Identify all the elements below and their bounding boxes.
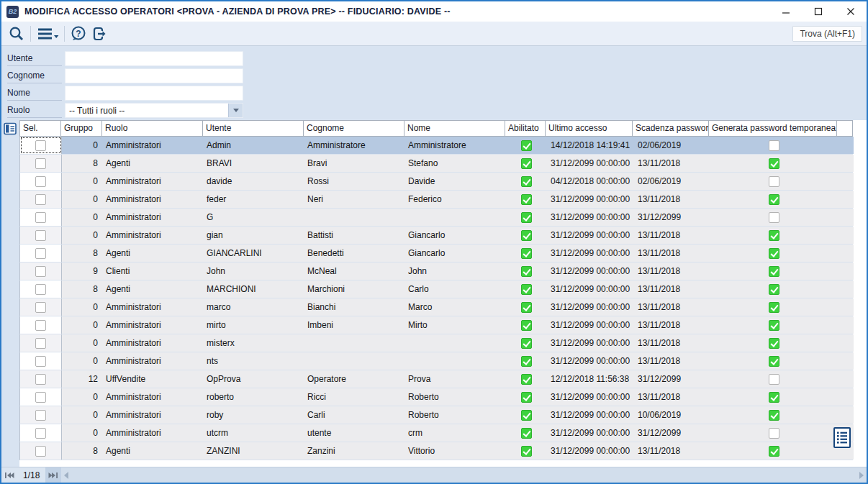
table-row[interactable]: 0 Amministratori marco Bianchi Marco 31/… [19,298,853,316]
row-select-checkbox[interactable] [35,410,46,421]
row-select-checkbox[interactable] [35,338,46,349]
column-header-gruppo[interactable]: Gruppo [61,120,102,137]
abilitato-checkbox[interactable] [521,338,532,349]
table-row[interactable]: 0 Amministratori mirto Imbeni Mirto 31/1… [19,316,853,334]
row-select-checkbox[interactable] [35,248,46,259]
table-selector-icon[interactable] [4,122,17,135]
row-select-checkbox[interactable] [35,212,46,223]
row-select-cell[interactable] [20,370,62,388]
ruolo-select[interactable]: -- Tutti i ruoli -- [65,103,243,118]
row-select-cell[interactable] [20,334,62,352]
column-header-sel[interactable]: Sel. [19,120,61,137]
cognome-input[interactable] [65,68,243,83]
row-select-checkbox[interactable] [35,176,46,187]
generata-checkbox[interactable] [769,320,779,331]
abilitato-checkbox[interactable] [521,374,532,385]
generata-checkbox[interactable] [769,446,779,457]
generata-checkbox[interactable] [769,248,779,259]
generata-checkbox[interactable] [769,338,779,349]
minimize-button[interactable] [769,1,802,22]
trova-button[interactable]: Trova (Alt+F1) [792,26,862,42]
row-select-checkbox[interactable] [35,284,46,295]
row-select-checkbox[interactable] [35,374,46,385]
row-select-checkbox[interactable] [35,230,46,241]
column-header-ultimo-accesso[interactable]: Ultimo accesso [546,120,633,137]
nome-input[interactable] [65,86,243,101]
table-row[interactable]: 8 Agenti MARCHIONI Marchioni Carlo 31/12… [19,280,853,298]
maximize-button[interactable] [802,1,834,22]
generata-checkbox[interactable] [769,266,779,277]
row-select-cell[interactable] [20,388,62,406]
table-row[interactable]: 8 Agenti BRAVI Bravi Stefano 31/12/2099 … [19,155,853,173]
generata-checkbox[interactable] [769,230,779,241]
abilitato-checkbox[interactable] [521,302,532,313]
last-page-button[interactable] [45,467,61,483]
table-row[interactable]: 8 Agenti ZANZINI Zanzini Vittorio 31/12/… [19,442,853,460]
row-select-checkbox[interactable] [35,266,46,277]
row-select-checkbox[interactable] [35,194,46,205]
menu-icon[interactable] [34,24,61,44]
generata-checkbox[interactable] [769,194,779,205]
first-page-button[interactable] [1,467,17,483]
scroll-right-icon[interactable] [859,472,864,479]
table-row[interactable]: 0 Amministratori misterx 31/12/2099 00:0… [19,334,853,352]
abilitato-checkbox[interactable] [521,356,532,367]
column-header-nome[interactable]: Nome [404,120,505,137]
generata-checkbox[interactable] [769,176,779,187]
row-select-checkbox[interactable] [35,392,46,403]
row-select-checkbox[interactable] [35,140,46,151]
chevron-down-icon[interactable] [228,104,243,117]
abilitato-checkbox[interactable] [521,446,532,457]
abilitato-checkbox[interactable] [521,266,532,277]
table-row[interactable]: 0 Amministratori nts 31/12/2099 00:00:00… [19,352,853,370]
abilitato-checkbox[interactable] [521,194,532,205]
row-select-cell[interactable] [20,173,62,190]
table-row[interactable]: 0 Amministratori G 31/12/2099 00:00:00 3… [19,209,853,227]
generata-checkbox[interactable] [769,392,779,403]
generata-checkbox[interactable] [769,212,779,223]
table-row[interactable]: 12 UffVendite OpProva Operatore Prova 12… [19,370,853,388]
detail-view-button[interactable] [833,427,851,448]
abilitato-checkbox[interactable] [521,176,532,187]
utente-input[interactable] [65,51,243,66]
row-select-cell[interactable] [20,280,62,298]
row-select-cell[interactable] [20,227,62,244]
column-header-scadenza-password[interactable]: Scadenza password [633,120,709,137]
abilitato-checkbox[interactable] [521,284,532,295]
abilitato-checkbox[interactable] [521,158,532,169]
table-row[interactable]: 8 Agenti GIANCARLINI Benedetti Giancarlo… [19,245,853,262]
row-select-cell[interactable] [20,442,62,460]
row-select-cell[interactable] [20,245,62,262]
abilitato-checkbox[interactable] [521,248,532,259]
row-select-cell[interactable] [20,262,62,280]
search-icon[interactable] [6,24,27,44]
column-header-abilitato[interactable]: Abilitato [505,120,546,137]
generata-checkbox[interactable] [769,356,779,367]
generata-checkbox[interactable] [769,410,779,421]
row-select-cell[interactable] [20,316,62,334]
abilitato-checkbox[interactable] [521,320,532,331]
abilitato-checkbox[interactable] [521,392,532,403]
row-select-cell[interactable] [20,352,62,370]
column-header-ruolo[interactable]: Ruolo [102,120,203,137]
generata-checkbox[interactable] [769,158,779,169]
row-select-cell[interactable] [20,406,62,424]
table-row[interactable]: 0 Amministratori gian Battisti Giancarlo… [19,227,853,245]
table-row[interactable]: 0 Amministratori davide Rossi Davide 04/… [19,173,853,191]
abilitato-checkbox[interactable] [521,230,532,241]
row-select-cell[interactable] [20,424,62,442]
table-row[interactable]: 0 Amministratori utcrm utente crm 31/12/… [19,424,853,442]
abilitato-checkbox[interactable] [521,410,532,421]
generata-checkbox[interactable] [769,302,779,313]
generata-checkbox[interactable] [769,284,779,295]
abilitato-checkbox[interactable] [521,428,532,439]
row-select-checkbox[interactable] [35,302,46,313]
column-header-generata-password[interactable]: Generata password temporanea [709,120,837,137]
scroll-left-icon[interactable] [64,472,68,479]
row-select-checkbox[interactable] [35,428,46,439]
row-select-checkbox[interactable] [35,158,46,169]
table-row[interactable]: 0 Amministratori roby Carli Roberto 31/1… [19,406,853,424]
row-select-checkbox[interactable] [35,356,46,367]
abilitato-checkbox[interactable] [521,212,532,223]
row-select-checkbox[interactable] [35,320,46,331]
